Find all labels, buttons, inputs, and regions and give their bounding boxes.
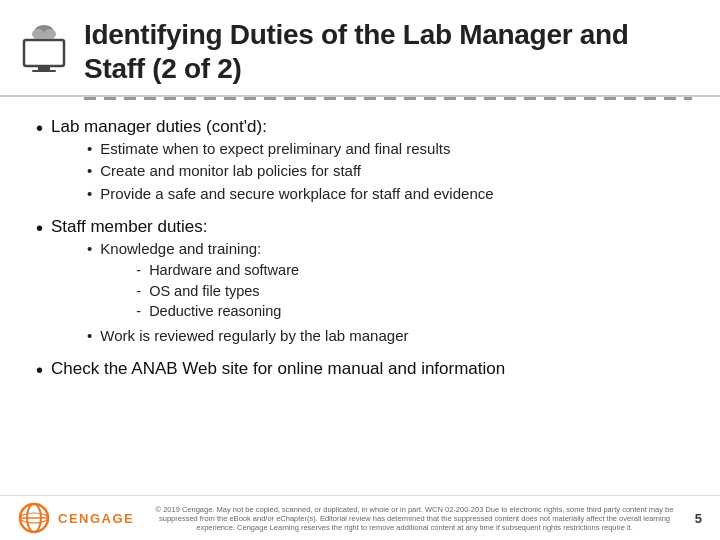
section2-label: Staff member duties: bbox=[51, 217, 208, 236]
monitor-cloud-icon bbox=[18, 20, 70, 72]
page-number: 5 bbox=[695, 511, 702, 526]
subsection1-label: Knowledge and training: bbox=[100, 240, 261, 257]
list-item: - Hardware and software bbox=[136, 261, 299, 281]
bullet-dot2: • bbox=[87, 161, 92, 181]
bullet-staff-member: • Staff member duties: • Knowledge and t… bbox=[36, 216, 684, 350]
bullet-dot2: • bbox=[87, 184, 92, 204]
cengage-icon bbox=[18, 502, 50, 534]
list-item: - Deductive reasoning bbox=[136, 302, 299, 322]
bullet-dot: • bbox=[36, 116, 43, 140]
logo-text: CENGAGE bbox=[58, 511, 134, 526]
title-line2: Staff (2 of 2) bbox=[84, 53, 242, 84]
list-item: - OS and file types bbox=[136, 282, 299, 302]
list-item: • Estimate when to expect preliminary an… bbox=[87, 139, 494, 159]
section2-item2: Work is reviewed regularly by the lab ma… bbox=[100, 326, 408, 346]
subsection1-items: - Hardware and software - OS and file ty… bbox=[136, 261, 299, 322]
slide-footer: CENGAGE © 2019 Cengage. May not be copie… bbox=[0, 495, 720, 540]
header-decoration bbox=[84, 97, 692, 100]
list-item: • Knowledge and training: - Hardware and… bbox=[87, 239, 408, 324]
section1-label: Lab manager duties (cont'd): bbox=[51, 117, 267, 136]
slide-content: • Lab manager duties (cont'd): • Estimat… bbox=[0, 102, 720, 495]
section1-items: • Estimate when to expect preliminary an… bbox=[87, 139, 494, 204]
subitem0: Hardware and software bbox=[149, 261, 299, 281]
bullet-dot2: • bbox=[87, 139, 92, 159]
svg-rect-6 bbox=[34, 33, 54, 39]
slide-header: Identifying Duties of the Lab Manager an… bbox=[0, 0, 720, 97]
list-item: • Provide a safe and secure workplace fo… bbox=[87, 184, 494, 204]
svg-rect-1 bbox=[38, 66, 50, 70]
dash: - bbox=[136, 282, 141, 302]
list-item: • Work is reviewed regularly by the lab … bbox=[87, 326, 408, 346]
bullet-dot2: • bbox=[87, 239, 92, 259]
dash: - bbox=[136, 261, 141, 281]
slide: Identifying Duties of the Lab Manager an… bbox=[0, 0, 720, 540]
svg-rect-0 bbox=[24, 40, 64, 66]
section2-items: • Knowledge and training: - Hardware and… bbox=[87, 239, 408, 346]
list-item: • Create and monitor lab policies for st… bbox=[87, 161, 494, 181]
bullet-dot: • bbox=[36, 216, 43, 240]
cengage-logo: CENGAGE bbox=[18, 502, 134, 534]
bullet-dot2: • bbox=[87, 326, 92, 346]
bullet-dot: • bbox=[36, 358, 43, 382]
slide-title: Identifying Duties of the Lab Manager an… bbox=[84, 18, 629, 85]
section1-item2: Provide a safe and secure workplace for … bbox=[100, 184, 493, 204]
dash: - bbox=[136, 302, 141, 322]
section3-label: Check the ANAB Web site for online manua… bbox=[51, 358, 505, 381]
subitem1: OS and file types bbox=[149, 282, 259, 302]
bullet-anab: • Check the ANAB Web site for online man… bbox=[36, 358, 684, 382]
subitem2: Deductive reasoning bbox=[149, 302, 281, 322]
svg-rect-2 bbox=[32, 70, 56, 72]
title-line1: Identifying Duties of the Lab Manager an… bbox=[84, 19, 629, 50]
section1-item1: Create and monitor lab policies for staf… bbox=[100, 161, 361, 181]
copyright-text: © 2019 Cengage. May not be copied, scann… bbox=[146, 505, 683, 532]
bullet-lab-manager: • Lab manager duties (cont'd): • Estimat… bbox=[36, 116, 684, 208]
section1-item0: Estimate when to expect preliminary and … bbox=[100, 139, 450, 159]
